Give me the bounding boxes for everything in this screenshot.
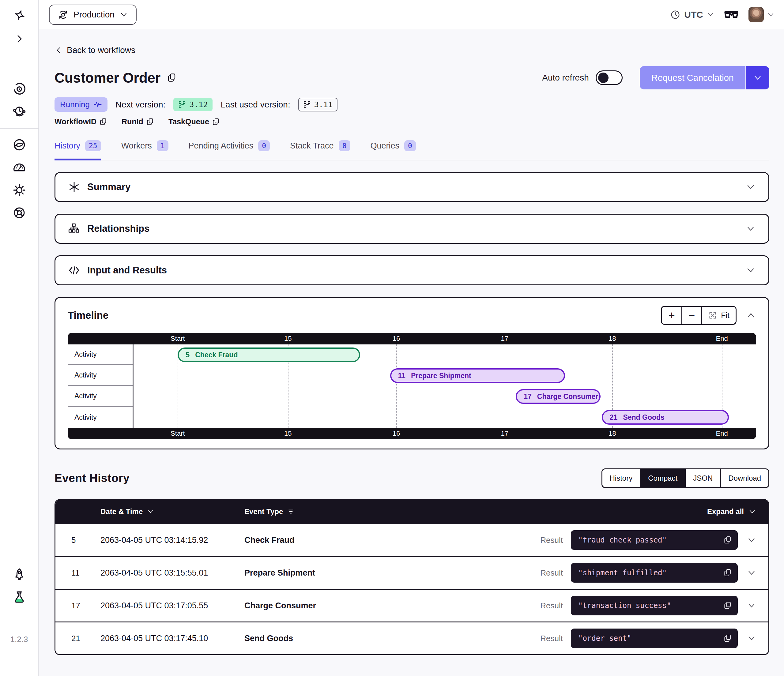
tab-workers[interactable]: Workers1 <box>121 140 168 160</box>
expand-all-button[interactable]: Expand all <box>707 507 756 516</box>
copy-icon[interactable] <box>724 569 732 577</box>
result-chip[interactable]: "shipment fulfilled" <box>571 563 738 583</box>
tab-pending-activities[interactable]: Pending Activities0 <box>189 140 270 160</box>
timeline-tick: 15 <box>284 428 292 439</box>
request-cancelation-button[interactable]: Request Cancelation <box>640 66 769 89</box>
timeline-bar-charge-consumer[interactable]: 17Charge Consumer <box>516 389 600 404</box>
status-badge: Running <box>54 97 107 112</box>
user-menu[interactable] <box>748 7 775 22</box>
input-results-accordion[interactable]: Input and Results <box>54 255 769 285</box>
support-lifebuoy-icon[interactable] <box>12 206 26 220</box>
auto-refresh-toggle[interactable] <box>596 70 622 85</box>
tab-stack-trace[interactable]: Stack Trace0 <box>290 140 350 160</box>
copy-icon[interactable] <box>724 601 732 610</box>
timeline-tick: Start <box>171 333 185 344</box>
tab-history[interactable]: History25 <box>54 140 101 160</box>
event-row[interactable]: 21 2063-04-05 UTC 03:17:45.10 Send Goods… <box>55 622 768 654</box>
result-chip[interactable]: "order sent" <box>571 629 738 648</box>
sort-chevron-icon <box>147 508 154 515</box>
rail-divider <box>0 128 39 129</box>
tab-bar: History25 Workers1 Pending Activities0 S… <box>54 140 769 160</box>
namespace-switcher[interactable]: Production <box>49 5 137 25</box>
event-id: 17 <box>72 601 100 611</box>
whats-new-rocket-icon[interactable] <box>12 567 26 581</box>
event-row[interactable]: 5 2063-04-05 UTC 03:14:15.92 Check Fraud… <box>55 523 768 556</box>
event-row[interactable]: 11 2063-04-05 UTC 03:15:55.01 Prepare Sh… <box>55 556 768 589</box>
expand-row-chevron-icon[interactable] <box>747 601 756 610</box>
copy-icon <box>146 118 154 126</box>
expand-rail-chevron-icon[interactable] <box>12 32 26 46</box>
result-label: Result <box>540 634 571 643</box>
fit-button[interactable]: Fit <box>701 307 736 324</box>
settings-gear-icon[interactable] <box>12 183 26 197</box>
event-type-column-header[interactable]: Event Type <box>244 507 537 516</box>
result-chip[interactable]: "transaction success" <box>571 596 738 615</box>
timeline-bar-check-fraud[interactable]: 5Check Fraud <box>177 348 360 362</box>
event-row[interactable]: 17 2063-04-05 UTC 03:17:05.55 Charge Con… <box>55 589 768 622</box>
timeline-row-label: Activity <box>68 386 132 407</box>
workflow-id-copy[interactable]: WorkflowID <box>54 117 107 126</box>
copy-icon[interactable] <box>724 536 732 544</box>
result-label: Result <box>540 568 571 578</box>
view-history-button[interactable]: History <box>602 469 640 487</box>
main-content: Back to workflows Customer Order Auto re… <box>39 30 784 676</box>
chevron-left-icon <box>54 46 62 54</box>
download-button[interactable]: Download <box>720 469 768 487</box>
event-type: Send Goods <box>244 634 537 643</box>
timeline-zoom-controls: + − Fit <box>661 306 737 325</box>
page-title: Customer Order <box>54 70 160 86</box>
feedback-glasses-icon[interactable] <box>723 9 739 21</box>
timeline-bar-prepare-shipment[interactable]: 11Prepare Shipment <box>390 368 565 383</box>
workflows-icon[interactable] <box>12 82 26 96</box>
timezone-label: UTC <box>684 9 703 20</box>
expand-row-chevron-icon[interactable] <box>747 536 756 545</box>
back-link-label: Back to workflows <box>67 45 135 55</box>
expand-row-chevron-icon[interactable] <box>747 568 756 577</box>
chevron-down-icon <box>120 11 128 19</box>
code-icon <box>68 264 80 276</box>
chevron-down-icon <box>746 182 756 192</box>
result-chip[interactable]: "fraud check passed" <box>571 530 738 550</box>
result-label: Result <box>540 601 571 611</box>
timeline-bar-send-goods[interactable]: 21Send Goods <box>602 410 729 425</box>
date-time-column-header[interactable]: Date & Time <box>100 507 244 516</box>
timeline-row-label: Activity <box>68 344 132 365</box>
relationships-tree-icon <box>68 223 80 235</box>
view-json-button[interactable]: JSON <box>685 469 720 487</box>
expand-row-chevron-icon[interactable] <box>747 634 756 643</box>
tab-queries[interactable]: Queries0 <box>370 140 416 160</box>
result-label: Result <box>540 536 571 545</box>
copy-icon <box>100 118 107 126</box>
back-to-workflows-link[interactable]: Back to workflows <box>54 45 135 55</box>
event-type: Check Fraud <box>244 536 537 545</box>
usage-icon[interactable] <box>12 160 26 174</box>
filter-icon <box>287 508 295 515</box>
copy-title-icon[interactable] <box>167 73 177 83</box>
task-queue-copy[interactable]: TaskQueue <box>168 117 220 126</box>
nexus-icon[interactable] <box>12 138 26 152</box>
run-id-copy[interactable]: RunId <box>121 117 154 126</box>
timeline-gridline <box>505 344 505 428</box>
schedules-icon[interactable] <box>12 105 26 119</box>
collapse-timeline-chevron-icon[interactable] <box>746 310 756 320</box>
result-value: "transaction success" <box>578 601 719 610</box>
chevron-down-icon <box>707 11 714 19</box>
left-nav-rail: 1.2.3 <box>0 0 39 676</box>
last-used-version-label: Last used version: <box>221 100 290 110</box>
summary-accordion[interactable]: Summary <box>54 172 769 202</box>
zoom-out-button[interactable]: − <box>681 307 701 324</box>
logo-spark-icon[interactable] <box>12 9 26 23</box>
timeline-tick: Start <box>171 428 185 439</box>
labs-flask-icon[interactable] <box>12 590 26 604</box>
event-id: 5 <box>72 536 100 545</box>
event-history-table: Date & Time Event Type Expand all 5 2063… <box>54 499 769 655</box>
relationships-accordion[interactable]: Relationships <box>54 214 769 244</box>
copy-icon <box>212 118 220 126</box>
timeline-tick: 15 <box>284 333 292 344</box>
view-compact-button[interactable]: Compact <box>640 469 685 487</box>
zoom-in-button[interactable]: + <box>662 307 681 324</box>
asterisk-icon <box>68 181 80 193</box>
copy-icon[interactable] <box>724 634 732 643</box>
cancelation-dropdown-caret[interactable] <box>745 66 769 89</box>
timezone-selector[interactable]: UTC <box>670 9 714 20</box>
